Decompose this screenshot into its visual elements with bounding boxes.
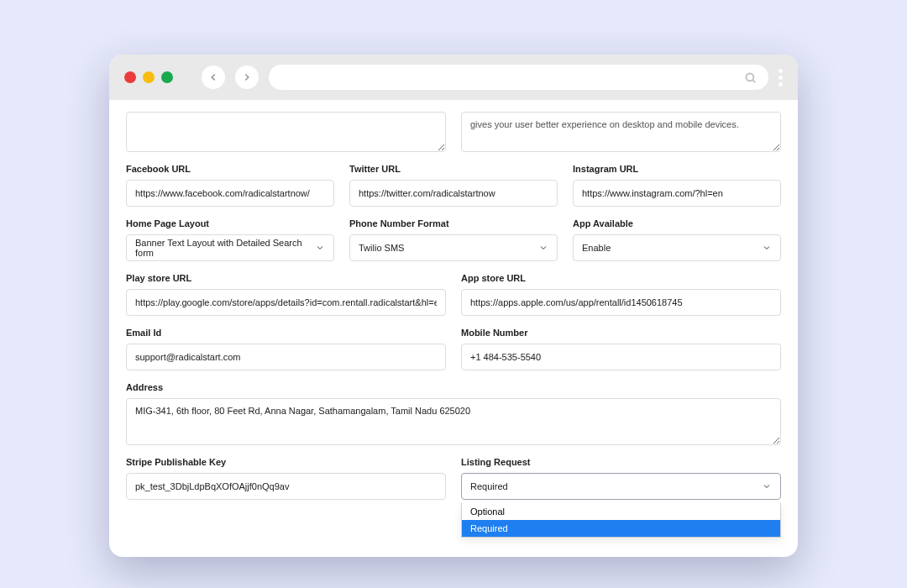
email-label: Email Id <box>126 328 446 338</box>
kebab-menu-icon[interactable] <box>779 69 783 87</box>
twitter-url-input[interactable] <box>349 180 558 207</box>
homepage-layout-select[interactable]: Banner Text Layout with Detailed Search … <box>126 234 334 261</box>
maximize-dot[interactable] <box>161 71 173 83</box>
description-left-textarea[interactable] <box>126 112 446 152</box>
listing-request-label: Listing Request <box>461 457 781 467</box>
phonefmt-select[interactable]: Twilio SMS <box>349 234 558 261</box>
homepage-layout-value: Banner Text Layout with Detailed Search … <box>135 238 308 258</box>
listing-request-dropdown: Optional Required <box>461 503 781 538</box>
instagram-url-input[interactable] <box>573 180 781 207</box>
play-store-label: Play store URL <box>126 273 446 283</box>
traffic-lights <box>124 71 173 83</box>
instagram-url-label: Instagram URL <box>573 164 781 174</box>
homepage-layout-label: Home Page Layout <box>126 218 334 228</box>
back-button[interactable] <box>202 66 225 89</box>
mobile-label: Mobile Number <box>461 328 781 338</box>
stripe-input[interactable] <box>126 473 446 500</box>
chevron-down-icon <box>538 243 548 253</box>
arrow-right-icon <box>241 71 253 83</box>
address-textarea[interactable] <box>126 398 781 445</box>
chevron-down-icon <box>762 481 772 491</box>
app-store-input[interactable] <box>461 289 781 316</box>
facebook-url-label: Facebook URL <box>126 164 334 174</box>
chevron-down-icon <box>762 243 772 253</box>
stripe-label: Stripe Publishable Key <box>126 457 446 467</box>
url-bar[interactable] <box>269 65 768 90</box>
appavail-value: Enable <box>582 243 611 253</box>
listing-request-select[interactable]: Required <box>461 473 781 500</box>
phonefmt-label: Phone Number Format <box>349 218 558 228</box>
listing-option-required[interactable]: Required <box>462 520 780 537</box>
play-store-input[interactable] <box>126 289 446 316</box>
search-icon <box>744 71 757 84</box>
description-right-textarea[interactable] <box>461 112 781 152</box>
email-input[interactable] <box>126 344 446 370</box>
phonefmt-value: Twilio SMS <box>359 243 404 253</box>
arrow-left-icon <box>207 71 219 83</box>
browser-window: Facebook URL Twitter URL Instagram URL H… <box>109 55 798 557</box>
facebook-url-input[interactable] <box>126 180 334 207</box>
address-label: Address <box>126 382 781 392</box>
app-store-label: App store URL <box>461 273 781 283</box>
appavail-label: App Available <box>573 218 781 228</box>
forward-button[interactable] <box>235 66 259 89</box>
close-dot[interactable] <box>124 71 136 83</box>
listing-request-value: Required <box>470 481 508 491</box>
appavail-select[interactable]: Enable <box>573 234 781 261</box>
minimize-dot[interactable] <box>143 71 155 83</box>
mobile-input[interactable] <box>461 344 781 370</box>
titlebar <box>109 55 798 100</box>
svg-point-0 <box>747 73 754 81</box>
listing-option-optional[interactable]: Optional <box>462 503 780 520</box>
form-content: Facebook URL Twitter URL Instagram URL H… <box>109 100 798 557</box>
chevron-down-icon <box>315 243 325 253</box>
twitter-url-label: Twitter URL <box>349 164 558 174</box>
